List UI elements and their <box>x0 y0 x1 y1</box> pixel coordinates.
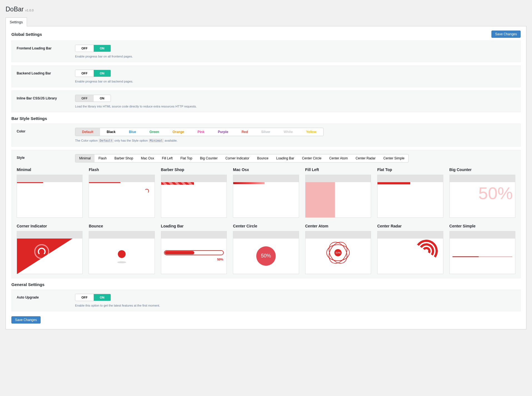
preview-macosx: Mac Osx <box>233 167 299 218</box>
spinner-icon <box>145 189 149 193</box>
field-inline: Inline Bar CSS/JS Library OFF ON Load th… <box>11 91 521 112</box>
style-option-big-counter[interactable]: Big Counter <box>196 154 222 162</box>
toggle-frontend-on[interactable]: ON <box>94 45 111 52</box>
preview-minimal: Minimal <box>17 167 83 218</box>
field-backend: Backend Loading Bar OFF ON Enable progre… <box>11 66 521 87</box>
toggle-backend-off[interactable]: OFF <box>75 70 94 77</box>
style-option-flash[interactable]: Flash <box>95 154 110 162</box>
section-global-title: Global Settings <box>11 32 42 37</box>
color-option-black[interactable]: Black <box>100 128 122 136</box>
color-option-purple[interactable]: Purple <box>211 128 235 136</box>
color-options: DefaultBlackBlueGreenOrangePinkPurpleRed… <box>75 128 324 136</box>
settings-panel: Global Settings Save Changes Frontend Lo… <box>6 26 526 329</box>
label-color: Color <box>17 128 75 133</box>
save-button-top[interactable]: Save Changes <box>491 31 521 38</box>
style-option-center-radar[interactable]: Center Radar <box>352 154 379 162</box>
style-option-corner-indicator[interactable]: Corner Indicator <box>222 154 253 162</box>
app-version: v1.0.0 <box>25 9 34 12</box>
toggle-autoupgrade-off[interactable]: OFF <box>75 294 94 301</box>
preview-centersimple: Center Simple <box>449 224 515 274</box>
style-options: MinimalFlashBarber ShopMac OsxFill LeftF… <box>75 154 409 162</box>
toggle-backend-on[interactable]: ON <box>94 70 111 77</box>
preview-flash: Flash <box>89 167 155 218</box>
preview-flattop: Flat Top <box>377 167 443 218</box>
preview-bounce: Bounce <box>89 224 155 274</box>
help-backend: Enable progress bar on all backend pages… <box>75 80 515 83</box>
field-style: Style MinimalFlashBarber ShopMac OsxFill… <box>11 150 521 278</box>
toggle-backend[interactable]: OFF ON <box>75 70 111 77</box>
label-inline: Inline Bar CSS/JS Library <box>17 95 75 100</box>
toggle-autoupgrade-on[interactable]: ON <box>94 294 111 301</box>
color-option-red[interactable]: Red <box>235 128 255 136</box>
color-option-default[interactable]: Default <box>75 128 100 136</box>
label-backend: Backend Loading Bar <box>17 70 75 75</box>
field-autoupgrade: Auto Upgrade OFF ON Enable this option t… <box>11 290 521 311</box>
color-option-yellow[interactable]: Yellow <box>299 128 323 136</box>
style-option-fill-left[interactable]: Fill Left <box>158 154 176 162</box>
section-bar-style-title: Bar Style Settings <box>11 116 521 121</box>
toggle-frontend[interactable]: OFF ON <box>75 45 111 52</box>
style-option-center-atom[interactable]: Center Atom <box>325 154 352 162</box>
section-general-title: General Settings <box>11 282 521 287</box>
color-option-silver[interactable]: Silver <box>255 128 277 136</box>
style-option-minimal[interactable]: Minimal <box>75 154 95 162</box>
preview-centercircle: Center Circle 50% <box>233 224 299 274</box>
tabs: Settings <box>6 17 526 26</box>
label-autoupgrade: Auto Upgrade <box>17 294 75 299</box>
app-title: DoBar <box>6 6 24 13</box>
style-option-center-circle[interactable]: Center Circle <box>298 154 325 162</box>
preview-bigcounter: Big Counter 50% <box>449 167 515 218</box>
toggle-autoupgrade[interactable]: OFF ON <box>75 294 111 301</box>
preview-barber: Barber Shop <box>161 167 227 218</box>
field-color: Color DefaultBlackBlueGreenOrangePinkPur… <box>11 124 521 147</box>
style-option-barber-shop[interactable]: Barber Shop <box>111 154 137 162</box>
preview-centerradar: Center Radar <box>377 224 443 274</box>
preview-corner: Corner Indicator <box>17 224 83 274</box>
help-inline: Load the library into HTML source code d… <box>75 105 515 108</box>
preview-fillleft: Fill Left <box>305 167 371 218</box>
color-option-blue[interactable]: Blue <box>122 128 143 136</box>
label-frontend: Frontend Loading Bar <box>17 45 75 50</box>
toggle-inline[interactable]: OFF ON <box>75 95 111 102</box>
color-option-green[interactable]: Green <box>143 128 166 136</box>
save-button-bottom[interactable]: Save Changes <box>11 316 41 324</box>
style-option-mac-osx[interactable]: Mac Osx <box>137 154 158 162</box>
color-option-pink[interactable]: Pink <box>191 128 211 136</box>
help-autoupgrade: Enable this option to get the latest fea… <box>75 304 515 307</box>
toggle-frontend-off[interactable]: OFF <box>75 45 94 52</box>
field-frontend: Frontend Loading Bar OFF ON Enable progr… <box>11 41 521 62</box>
toggle-inline-off[interactable]: OFF <box>75 95 94 102</box>
help-color: The Color option Default only has the St… <box>75 139 515 142</box>
style-option-loading-bar[interactable]: Loading Bar <box>272 154 298 162</box>
style-option-flat-top[interactable]: Flat Top <box>176 154 196 162</box>
color-option-white[interactable]: White <box>277 128 299 136</box>
color-option-orange[interactable]: Orange <box>166 128 191 136</box>
page-header: DoBar v1.0.0 <box>6 3 526 17</box>
label-style: Style <box>17 154 75 162</box>
style-option-bounce[interactable]: Bounce <box>253 154 272 162</box>
style-option-center-simple[interactable]: Center Simple <box>379 154 408 162</box>
help-frontend: Enable progress bar on all frontend page… <box>75 55 515 58</box>
preview-loadingbar: Loading Bar 50% <box>161 224 227 274</box>
toggle-inline-on[interactable]: ON <box>94 95 111 102</box>
tab-settings[interactable]: Settings <box>6 17 27 26</box>
preview-centeratom: Center Atom 50% <box>305 224 371 274</box>
